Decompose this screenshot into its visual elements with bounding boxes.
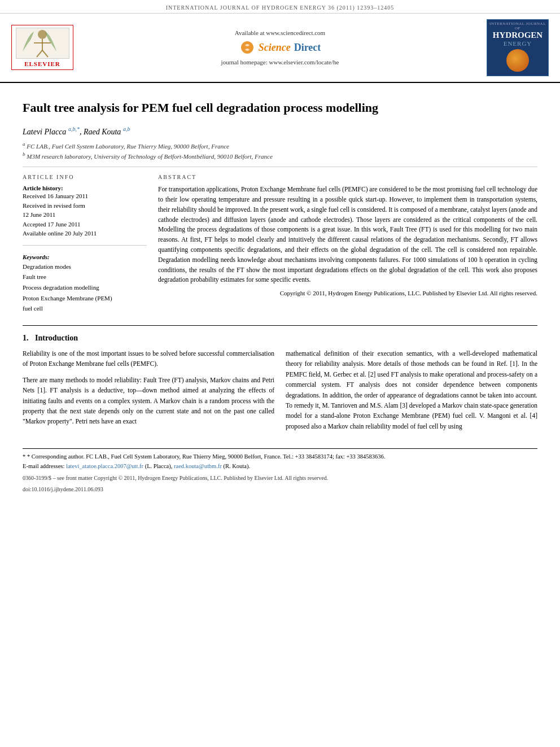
journal-header: ELSEVIER Available at www.sciencedirect.… <box>0 14 560 83</box>
science-text: Science <box>259 42 291 54</box>
journal-top-bar: INTERNATIONAL JOURNAL OF HYDROGEN ENERGY… <box>0 0 560 14</box>
email1-person: (L. Placca), <box>145 463 174 469</box>
intro-right-text: mathematical definition of their executi… <box>286 348 537 431</box>
corresponding-author-text: * Corresponding author. FC LAB., Fuel Ce… <box>27 453 385 460</box>
sd-icon <box>239 40 255 55</box>
email-label-text: E-mail addresses: <box>23 463 64 469</box>
hydrogen-title: HYDROGEN <box>489 30 546 40</box>
author-kouta-sup: a,b <box>123 126 130 132</box>
affiliation-b: b M3M research laboratory, University of… <box>23 151 537 160</box>
direct-text: Direct <box>294 42 321 54</box>
intro-right-para-1: mathematical definition of their executi… <box>286 348 537 431</box>
kw-4: Proton Exchange Membrane (PEM) <box>23 293 147 304</box>
received-revised-label: Received in revised form <box>23 201 147 211</box>
copyright-notice-line: 0360-3199/$ – see front matter Copyright… <box>23 474 537 483</box>
affil-a-sup: a <box>23 141 25 147</box>
footnote-area: * * Corresponding author. FC LAB., Fuel … <box>23 448 537 494</box>
introduction-body: Reliability is one of the most important… <box>23 348 537 437</box>
article-history: Article history: Received 16 January 201… <box>23 185 147 238</box>
hydrogen-energy-logo: International Journal of HYDROGEN ENERGY <box>487 19 549 76</box>
email1-person-text: (L. Placca), <box>145 463 173 469</box>
abstract-text: For transportation applications, Proton … <box>158 185 537 298</box>
introduction-section: 1. Introduction Reliability is one of th… <box>23 334 537 437</box>
svg-point-1 <box>38 30 47 39</box>
affil-b-text: M3M research laboratory, University of T… <box>27 153 273 160</box>
journal-citation: INTERNATIONAL JOURNAL OF HYDROGEN ENERGY… <box>166 5 395 11</box>
hydrogen-logo-graphic <box>506 49 529 72</box>
divider-after-affiliations <box>23 167 537 167</box>
affil-b-sup: b <box>23 151 25 157</box>
intro-para-2: There are many methods to model reliabil… <box>23 375 274 427</box>
keywords-label: Keywords: <box>23 252 147 261</box>
section-num: 1. <box>23 334 29 342</box>
divider-history-keywords <box>23 245 147 246</box>
email2-person-text: (R. Kouta). <box>224 463 251 469</box>
section-divider-main <box>23 325 537 326</box>
email2-link[interactable]: raed.kouta@utbm.fr <box>174 463 222 469</box>
intro-left-text: Reliability is one of the most important… <box>23 348 274 427</box>
sciencedirect-logo: Science Direct <box>85 40 475 55</box>
abstract-panel: ABSTRACT For transportation applications… <box>158 174 537 314</box>
received-date: Received 16 January 2011 <box>23 191 147 201</box>
affil-a-text: FC LAB., Fuel Cell System Laboratory, Ru… <box>27 142 229 149</box>
introduction-title: 1. Introduction <box>23 334 537 343</box>
doi-line: doi:10.1016/j.ijhydene.2011.06.093 <box>23 485 537 494</box>
accepted-date: Accepted 17 June 2011 <box>23 220 147 229</box>
abstract-heading: ABSTRACT <box>158 174 537 180</box>
received-revised-date: 12 June 2011 <box>23 210 147 220</box>
available-online-date: Available online 20 July 2011 <box>23 229 147 238</box>
elsevier-logo: ELSEVIER <box>11 25 73 70</box>
footnote-emails: E-mail addresses: latevi_atatoe.placca.2… <box>23 462 537 471</box>
kw-1: Degradation modes <box>23 261 147 272</box>
section-name: Introduction <box>35 334 78 342</box>
intro-para-1: Reliability is one of the most important… <box>23 348 274 369</box>
author-placca: Latevi Placca <box>23 128 66 136</box>
affiliation-a: a FC LAB., Fuel Cell System Laboratory, … <box>23 141 537 150</box>
email2-person: (R. Kouta). <box>224 463 251 469</box>
authors-line: Latevi Placca a,b,*, Raed Kouta a,b <box>23 126 537 137</box>
hydrogen-energy-label: ENERGY <box>489 40 546 47</box>
article-info-abstract: ARTICLE INFO Article history: Received 1… <box>23 174 537 314</box>
history-label: Article history: <box>23 185 147 191</box>
hydrogen-intl-label: International Journal of <box>489 21 546 30</box>
author-kouta: Raed Kouta <box>84 128 121 136</box>
kw-2: Fault tree <box>23 272 147 282</box>
author-placca-sup: a,b,* <box>68 126 80 132</box>
keywords-section: Keywords: Degradation modes Fault tree P… <box>23 252 147 314</box>
intro-left-col: Reliability is one of the most important… <box>23 348 274 437</box>
paper-title: Fault tree analysis for PEM fuel cell de… <box>23 100 537 116</box>
header-center: Available at www.sciencedirect.com Scien… <box>73 29 487 65</box>
footnote-corresponding: * * Corresponding author. FC LAB., Fuel … <box>23 452 537 462</box>
email1-link[interactable]: latevi_atatoe.placca.2007@utt.fr <box>66 463 143 469</box>
article-info-heading: ARTICLE INFO <box>23 174 147 180</box>
kw-3: Process degradation modelling <box>23 282 147 293</box>
kw-5: fuel cell <box>23 303 147 314</box>
keywords-list: Degradation modes Fault tree Process deg… <box>23 261 147 314</box>
available-at: Available at www.sciencedirect.com <box>85 29 475 36</box>
abstract-copyright: Copyright © 2011, Hydrogen Energy Public… <box>158 289 537 298</box>
journal-homepage: journal homepage: www.elsevier.com/locat… <box>85 59 475 65</box>
intro-right-col: mathematical definition of their executi… <box>286 348 537 437</box>
paper-content: Fault tree analysis for PEM fuel cell de… <box>0 83 560 505</box>
abstract-paragraph: For transportation applications, Proton … <box>158 185 537 285</box>
corresponding-star: * <box>23 453 27 460</box>
article-info-panel: ARTICLE INFO Article history: Received 1… <box>23 174 147 314</box>
elsevier-text-label: ELSEVIER <box>24 60 60 67</box>
elsevier-art <box>16 28 69 59</box>
